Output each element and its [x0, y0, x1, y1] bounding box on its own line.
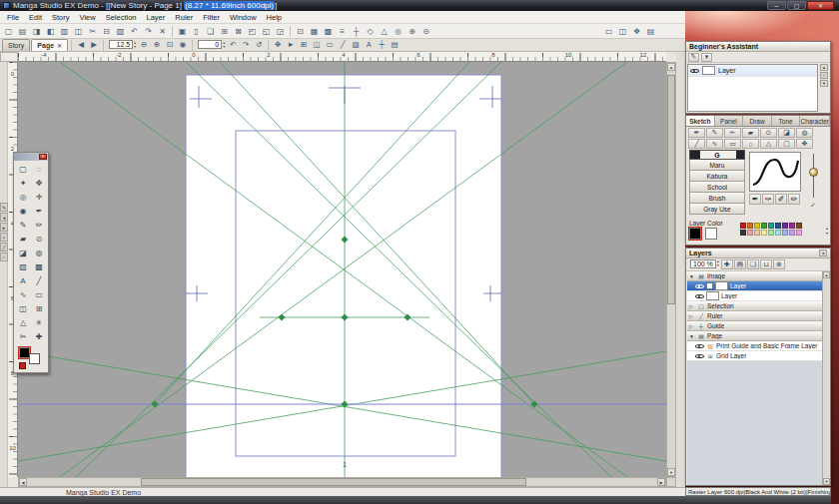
palette-header[interactable]: Layers ◂ — [686, 249, 830, 258]
color-swatch[interactable] — [754, 223, 760, 229]
magic-marker-icon[interactable]: ✏ — [724, 128, 741, 138]
pencil-icon[interactable]: ✎ — [706, 128, 723, 138]
menu-item[interactable]: Story — [47, 11, 75, 24]
reset-rotation-icon[interactable]: ↺ — [253, 39, 265, 50]
lasso-tool[interactable]: ◌ — [31, 162, 47, 176]
list-view-icon[interactable]: ≡ — [336, 25, 349, 38]
tree-row-print-guide[interactable]: ▥ Print Guide and Basic Frame Layer — [687, 341, 823, 351]
rotation-angle-field[interactable]: 0 — [198, 40, 222, 49]
menu-item[interactable]: Ruler — [170, 11, 198, 24]
slider-handle[interactable] — [809, 168, 818, 177]
select-tool[interactable]: ▢ — [15, 162, 31, 176]
tab-story[interactable]: Story — [2, 39, 30, 51]
dock-pen-icon[interactable]: ✎ — [0, 203, 8, 212]
horizontal-scrollbar[interactable]: ◀ ▶ — [18, 477, 666, 487]
assistant-dropdown-icon[interactable]: ▾ — [701, 53, 712, 62]
move-tool[interactable]: ✥ — [31, 176, 47, 190]
accent-color-swatch[interactable] — [19, 362, 26, 369]
assistant-menu-icon[interactable]: ≡ — [820, 72, 828, 79]
zoom-tool[interactable]: ◎ — [15, 190, 31, 204]
paste-icon[interactable]: ▧ — [114, 25, 127, 38]
color-swatch[interactable] — [789, 230, 795, 236]
vertical-scroll-thumb[interactable] — [667, 75, 675, 304]
zoom-out-icon[interactable]: ⊖ — [420, 25, 432, 38]
eye-icon[interactable] — [695, 352, 704, 360]
menu-item[interactable]: View — [75, 11, 101, 24]
show-guides-icon[interactable]: ◫ — [311, 39, 323, 50]
eraser-icon[interactable]: ◪ — [778, 128, 795, 138]
menu-item[interactable]: Edit — [24, 11, 47, 24]
snap-toggle-icon[interactable]: ┼ — [376, 39, 388, 50]
dock-box-icon[interactable]: ▫ — [0, 252, 8, 261]
layer-row[interactable]: Layer — [687, 291, 823, 301]
layer-color-black-swatch[interactable] — [689, 228, 701, 240]
actual-pixels-icon[interactable]: ◉ — [177, 39, 189, 50]
delete-layer-icon[interactable]: ⊗ — [773, 259, 785, 269]
rect-icon[interactable]: ▭ — [724, 139, 741, 149]
tree-row-grid-layer[interactable]: ⊞ Grid Layer — [687, 351, 823, 361]
save-icon[interactable]: ◨ — [30, 25, 43, 38]
menu-item[interactable]: Layer — [142, 11, 171, 24]
open-icon[interactable]: ▤ — [16, 25, 29, 38]
color-swatch[interactable] — [740, 230, 746, 236]
page-icon[interactable]: ▯ — [190, 25, 203, 38]
layer-zoom-spinner[interactable]: ▴▾ — [717, 259, 719, 267]
zoom-in-icon[interactable]: ⊕ — [151, 39, 163, 50]
color-swatch[interactable] — [782, 223, 788, 229]
move-icon[interactable]: ✥ — [796, 139, 813, 149]
angle-spinner[interactable]: ▴▾ — [223, 41, 225, 49]
nib-kabura-icon[interactable]: ✐ — [775, 194, 787, 205]
show-tone-icon[interactable]: ▨ — [350, 39, 362, 50]
rotate-view-icon[interactable]: ◇ — [364, 25, 377, 38]
close-icon[interactable]: ✕ — [39, 154, 47, 160]
shade-view-icon[interactable]: ▩ — [322, 25, 335, 38]
tree-row-guide[interactable]: ▷ ┼ Guide — [687, 321, 823, 331]
menu-item[interactable]: Window — [225, 11, 262, 24]
tool-palette-tab[interactable]: Sketch — [686, 116, 715, 126]
vertical-scrollbar[interactable]: ▲ ▼ — [666, 62, 676, 477]
ruler-tool[interactable]: △ — [15, 315, 31, 329]
marker-tool[interactable]: ✏ — [31, 218, 47, 232]
zoom-value-field[interactable]: 12.5 — [109, 40, 133, 49]
line-tool[interactable]: ╱ — [31, 273, 47, 287]
grid-toggle-icon[interactable]: ⊞ — [218, 25, 231, 38]
maximize-button[interactable]: ▢ — [787, 1, 806, 10]
eye-icon[interactable] — [695, 282, 704, 290]
check-icon[interactable]: ✓ — [810, 202, 816, 210]
layer-checkbox[interactable] — [706, 282, 713, 289]
fit-view-icon[interactable]: ⊡ — [294, 25, 307, 38]
story-icon[interactable]: ▣ — [176, 25, 189, 38]
color-swatch[interactable] — [775, 230, 781, 236]
color-swatch[interactable] — [775, 223, 781, 229]
pen-type-button[interactable]: Gray Use — [689, 204, 745, 215]
expander-icon[interactable]: ▼ — [689, 333, 695, 339]
close-button[interactable]: ✕ — [807, 1, 834, 10]
nib-school-icon[interactable]: ✏ — [788, 194, 800, 205]
show-ruler-icon[interactable]: ╱ — [337, 39, 349, 50]
poly-icon[interactable]: △ — [760, 139, 777, 149]
panel-c-icon[interactable]: ◲ — [274, 25, 287, 38]
panels-icon[interactable]: ▤ — [389, 39, 401, 50]
tool-palette-tab[interactable]: Tone — [772, 116, 801, 126]
duplicate-page-icon[interactable]: ❏ — [204, 25, 217, 38]
merge-down-icon[interactable]: ⊔ — [760, 259, 772, 269]
nib-g-icon[interactable]: ✒ — [749, 194, 761, 205]
new-folder-icon[interactable]: ▤ — [734, 259, 746, 269]
dock-right-icon[interactable]: ▸ — [0, 223, 8, 232]
print-icon[interactable]: ▥ — [58, 25, 71, 38]
menu-item[interactable]: Selection — [101, 11, 142, 24]
dock-dot-icon[interactable]: • — [0, 233, 8, 242]
tool-palette-tab[interactable]: Draw — [743, 116, 772, 126]
airbrush-icon[interactable]: ⊙ — [760, 128, 777, 138]
pen-type-button[interactable]: Maru — [689, 160, 745, 171]
gradient-tool[interactable]: ▨ — [15, 259, 31, 273]
hand-tool-icon[interactable]: ✥ — [272, 39, 284, 50]
pen-tool[interactable]: ✒ — [31, 204, 47, 218]
expander-icon[interactable]: ▷ — [689, 313, 695, 319]
eraser-tool[interactable]: ◪ — [15, 246, 31, 259]
nib-spoon-icon[interactable]: ✑ — [762, 194, 774, 205]
tool-palette-tab[interactable]: Panel — [715, 116, 744, 126]
save-all-icon[interactable]: ◧ — [44, 25, 57, 38]
show-frame-icon[interactable]: ▭ — [324, 39, 336, 50]
toolbox-palette[interactable]: ✕ ▢◌✦✥◎✛◉✒✎✏▰⊙◪◍▨▩A╱∿▭◫⊞△✳✂✚ — [13, 152, 49, 373]
